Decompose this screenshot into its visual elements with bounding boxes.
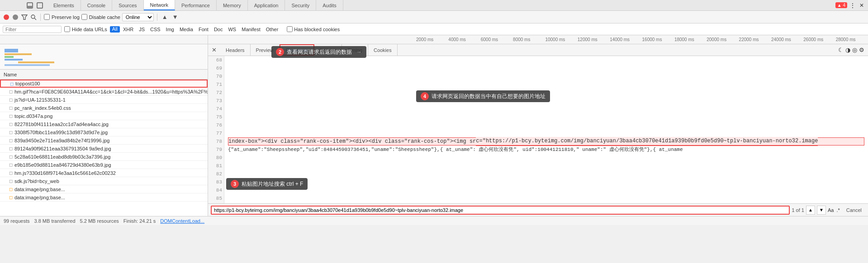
list-item[interactable]: ◻ toppost100 xyxy=(0,80,208,88)
download-icon[interactable]: ▼ xyxy=(171,14,180,20)
top-bar-right: ▲ 4 ⋮ ✕ xyxy=(835,0,868,10)
filter-font[interactable]: Font xyxy=(196,26,211,33)
item-icon: ◻ xyxy=(9,162,13,167)
svg-rect-2 xyxy=(37,3,43,8)
dock-icon[interactable] xyxy=(26,2,33,9)
gear-icon[interactable]: ⚙ xyxy=(859,47,864,53)
list-item[interactable]: ◻ e9b185e09d8811ea846729d4380e63b9.jpg xyxy=(0,161,208,169)
regex-icon[interactable]: .* xyxy=(836,207,840,213)
close-panel-btn[interactable]: ✕ xyxy=(208,47,220,53)
filter-doc[interactable]: Doc xyxy=(212,26,225,33)
code-line xyxy=(228,186,864,194)
close-devtools-icon[interactable]: ✕ xyxy=(858,2,865,9)
filter-css[interactable]: CSS xyxy=(148,26,163,33)
tab-audits[interactable]: Audits xyxy=(316,0,343,10)
annotation-2: 2 查看网页请求后返回的数据 → xyxy=(271,46,366,58)
tab-sources[interactable]: Sources xyxy=(112,0,143,10)
tl-8000: 8000 ms xyxy=(513,37,545,42)
disable-cache-check[interactable]: Disable cache xyxy=(81,14,120,20)
tab-console[interactable]: Console xyxy=(81,0,112,10)
filter-bar: Hide data URLs All XHR JS CSS Img Media … xyxy=(0,23,868,35)
item-icon: ◻ xyxy=(9,113,13,118)
list-item[interactable]: ◻ 3308f570fbbc11ea999c13d9873d9d7e.jpg xyxy=(0,128,208,136)
preserve-log-check[interactable]: Preserve log xyxy=(44,14,80,20)
undock-icon[interactable] xyxy=(36,2,43,9)
settings-icon[interactable]: ◎ xyxy=(852,47,857,53)
tab-network[interactable]: Network xyxy=(144,0,175,10)
list-item[interactable]: ◻ hm.js?330d168f9714e3aa16c5661e62c00232 xyxy=(0,169,208,177)
svg-rect-1 xyxy=(27,6,33,8)
tl-22000: 22000 ms xyxy=(739,37,771,42)
tab-security[interactable]: Security xyxy=(285,0,316,10)
filter-xhr[interactable]: XHR xyxy=(121,26,136,33)
moon-icon[interactable]: ☾ xyxy=(838,47,844,53)
filter-input[interactable] xyxy=(3,26,62,33)
code-line xyxy=(228,105,864,113)
filter-img[interactable]: Img xyxy=(164,26,176,33)
list-item[interactable]: ◻ hm.gif?hca=F0E8C9E6034A11A4&cc=1&ck=1&… xyxy=(0,88,208,96)
response-search-input[interactable] xyxy=(211,206,790,215)
resources-size: 5.2 MB resources xyxy=(80,218,119,224)
search-next-btn[interactable]: ▼ xyxy=(817,206,826,215)
filter-other[interactable]: Other xyxy=(264,26,281,33)
tab-elements[interactable]: Elements xyxy=(47,0,81,10)
network-toolbar: Preserve log Disable cache Online Offlin… xyxy=(0,11,868,23)
half-circle-icon[interactable]: ◑ xyxy=(845,47,850,53)
tab-memory[interactable]: Memory xyxy=(217,0,248,10)
list-item[interactable]: ◻ data:image/png;base... xyxy=(0,193,208,202)
search-prev-btn[interactable]: ▲ xyxy=(806,206,815,215)
item-icon: ◻ xyxy=(9,170,13,175)
filter-manifest[interactable]: Manifest xyxy=(239,26,263,33)
tab-performance[interactable]: Performance xyxy=(175,0,217,10)
list-item[interactable]: ◻ js?id=UA-121535331-1 xyxy=(0,96,208,104)
code-line xyxy=(228,202,864,203)
list-item[interactable]: ◻ 5c28a610e68811eabd8db9b03c3a7396.jpg xyxy=(0,153,208,161)
font-size-icon[interactable]: Aa xyxy=(828,207,834,213)
tl-6000: 6000 ms xyxy=(481,37,513,42)
item-icon: ◻ xyxy=(9,130,13,135)
search-cancel-btn[interactable]: Cancel xyxy=(843,207,865,214)
hide-data-urls-check[interactable]: Hide data URLs xyxy=(64,26,107,32)
annotation-4: 4 请求网页返回的数据当中有自己想要的图片地址 xyxy=(416,90,550,102)
filter-icon[interactable] xyxy=(21,14,28,21)
svg-point-4 xyxy=(31,15,35,19)
transferred-size: 3.8 MB transferred xyxy=(34,218,75,224)
code-line-79: {"at_uname":"Sheepssheep","uid":84844590… xyxy=(228,146,864,154)
divider xyxy=(40,14,41,21)
tab-cookies[interactable]: Cookies xyxy=(368,44,398,56)
list-item[interactable]: ◻ 839a9450e2e711ea9ad84b2e74f19996.jpg xyxy=(0,136,208,145)
list-item[interactable]: ◻ pc_rank_index.54eb0.css xyxy=(0,104,208,112)
clear-icon[interactable] xyxy=(12,14,19,21)
filter-media[interactable]: Media xyxy=(177,26,195,33)
code-content[interactable]: index-box"><div class="rank-cos-item"><d… xyxy=(224,56,868,203)
item-icon: ◻ xyxy=(9,89,13,94)
request-list-body[interactable]: ◻ toppost100 ◻ hm.gif?hca=F0E8C9E6034A11… xyxy=(0,80,208,216)
tl-28000: 28000 ms xyxy=(836,37,868,42)
annotation-3: 3 粘贴图片地址搜索 ctrl + F xyxy=(226,178,308,190)
record-icon[interactable] xyxy=(3,14,10,21)
tl-20000: 20000 ms xyxy=(707,37,739,42)
more-menu-icon[interactable]: ⋮ xyxy=(849,2,856,9)
filter-all[interactable]: All xyxy=(110,26,120,33)
list-item[interactable]: ◻ data:image/png;base... xyxy=(0,185,208,193)
upload-icon[interactable]: ▲ xyxy=(161,14,169,20)
item-icon: ◻ xyxy=(9,195,13,200)
network-throttle-select[interactable]: Online Offline Slow 3G Fast 3G xyxy=(122,13,154,21)
item-icon: ◻ xyxy=(10,81,14,86)
filter-ws[interactable]: WS xyxy=(226,26,238,33)
list-item[interactable]: ◻ topic.d0347a.png xyxy=(0,112,208,120)
search-icon[interactable] xyxy=(30,14,37,21)
code-line xyxy=(228,121,864,129)
has-blocked-cookies[interactable]: Has blocked cookies xyxy=(287,26,340,32)
svg-rect-6 xyxy=(5,49,18,52)
tab-headers[interactable]: Headers xyxy=(220,44,251,56)
dom-content-loaded[interactable]: DOMContentLoad... xyxy=(160,218,204,224)
list-item[interactable]: ◻ 89124a90f96211eaa3367913504 9a9ed.jpg xyxy=(0,145,208,153)
list-item[interactable]: ◻ sdk.js?bid=bcy_web xyxy=(0,177,208,185)
filter-js[interactable]: JS xyxy=(137,26,147,33)
list-item[interactable]: ◻ 822781b0f41111eaa2cc1d7ad4ea4acc.jpg xyxy=(0,120,208,128)
svg-rect-10 xyxy=(18,61,54,63)
tl-24000: 24000 ms xyxy=(771,37,803,42)
tab-application[interactable]: Application xyxy=(248,0,285,10)
item-icon: ◻ xyxy=(9,138,13,143)
